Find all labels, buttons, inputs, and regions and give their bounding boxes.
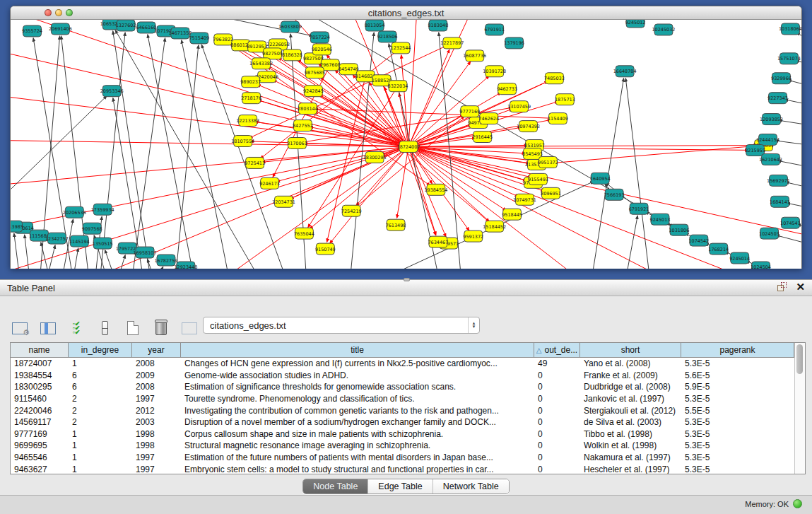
- table-cell[interactable]: Disruption of a novel member of a sodium…: [181, 416, 534, 428]
- graph-node[interactable]: 16087736: [463, 50, 486, 62]
- graph-node[interactable]: 7635044: [294, 228, 314, 239]
- graph-node[interactable]: 9462733: [497, 83, 517, 95]
- table-cell[interactable]: 1: [69, 440, 132, 452]
- table-row[interactable]: 1830029562008Estimation of significance …: [11, 381, 794, 393]
- graph-edge[interactable]: [99, 33, 125, 269]
- graph-node[interactable]: 7566193: [604, 189, 625, 200]
- graph-node[interactable]: 12213383: [236, 115, 259, 127]
- table-cell[interactable]: 0: [534, 404, 580, 416]
- table-panel-header[interactable]: Table Panel ✕: [0, 280, 812, 296]
- table-row[interactable]: 1872400712008Changes of HCN gene express…: [11, 358, 794, 370]
- graph-node[interactable]: 9097568: [82, 223, 102, 234]
- table-cell[interactable]: 0: [534, 416, 580, 428]
- graph-edge[interactable]: [625, 78, 651, 269]
- delete-column-icon[interactable]: [151, 318, 171, 338]
- graph-edge[interactable]: [408, 20, 420, 146]
- graph-node[interactable]: 8186328: [282, 49, 302, 61]
- column-header-pagerank[interactable]: pagerank: [681, 343, 794, 357]
- table-cell[interactable]: 9465546: [11, 452, 69, 464]
- graph-edge[interactable]: [148, 35, 196, 269]
- table-cell[interactable]: 0: [534, 381, 580, 393]
- table-cell[interactable]: 0: [534, 393, 580, 405]
- graph-edge[interactable]: [408, 146, 751, 269]
- table-cell[interactable]: 2: [69, 404, 132, 416]
- graph-node[interactable]: 8322034: [388, 81, 408, 92]
- graph-node[interactable]: 9245012: [625, 20, 646, 28]
- graph-node[interactable]: 9155493: [528, 173, 548, 185]
- graph-node[interactable]: 9820546: [312, 44, 332, 55]
- table-cell[interactable]: 9115460: [11, 393, 69, 405]
- graph-node[interactable]: 9890237: [240, 76, 261, 88]
- graph-node[interactable]: 3913985: [11, 221, 23, 232]
- graph-node[interactable]: 12923448: [174, 262, 197, 269]
- graph-edge[interactable]: [776, 235, 801, 245]
- network-window-titlebar[interactable]: citations_edges.txt: [11, 6, 801, 20]
- graph-edge[interactable]: [25, 235, 31, 269]
- table-cell[interactable]: 5.3E-5: [681, 416, 794, 428]
- graph-edge[interactable]: [543, 145, 763, 163]
- graph-node[interactable]: 7462624: [478, 113, 499, 124]
- graph-node[interactable]: 1145194: [69, 235, 90, 247]
- table-cell[interactable]: 5.3E-5: [681, 440, 794, 452]
- graph-node[interactable]: 14671358: [168, 28, 192, 39]
- graph-node[interactable]: 2718176: [241, 93, 261, 104]
- table-cell[interactable]: 9699695: [11, 440, 69, 452]
- table-cell[interactable]: 2003: [132, 416, 181, 428]
- graph-node[interactable]: 15692971: [767, 175, 790, 186]
- graph-edge[interactable]: [382, 81, 435, 235]
- table-cell[interactable]: 18724007: [11, 358, 69, 370]
- table-cell[interactable]: 49: [534, 358, 580, 370]
- table-cell[interactable]: 5.9E-5: [681, 381, 794, 393]
- table-cell[interactable]: 2008: [132, 381, 181, 393]
- table-cell[interactable]: 2: [69, 393, 132, 405]
- graph-node[interactable]: 18300295: [363, 151, 387, 163]
- tab-node-table[interactable]: Node Table: [303, 479, 368, 493]
- table-cell[interactable]: 0: [534, 463, 580, 474]
- graph-edge[interactable]: [11, 140, 408, 147]
- table-row[interactable]: 2242004622012Investigating the contribut…: [11, 404, 794, 416]
- table-cell[interactable]: Jankovic et al. (1997): [580, 393, 681, 405]
- table-cell[interactable]: Franke et al. (2009): [580, 370, 681, 382]
- column-header-in_degree[interactable]: in_degree: [69, 343, 132, 357]
- table-cell[interactable]: Corpus callosum shape and size in male p…: [181, 428, 534, 440]
- table-cell[interactable]: 5.3E-5: [681, 428, 794, 440]
- table-cell[interactable]: 5.3E-5: [681, 393, 794, 405]
- table-cell[interactable]: 18300295: [11, 381, 69, 393]
- graph-edge[interactable]: [113, 31, 152, 269]
- graph-node[interactable]: 20206536: [63, 206, 86, 218]
- graph-node[interactable]: 15184452: [483, 221, 506, 232]
- graph-node[interactable]: 7613498: [386, 219, 406, 230]
- graph-node[interactable]: 9777169: [459, 106, 480, 117]
- graph-edge[interactable]: [14, 233, 21, 269]
- graph-edge[interactable]: [408, 146, 541, 161]
- table-row[interactable]: 1456911722003Disruption of a novel membe…: [11, 416, 794, 428]
- graph-node[interactable]: 12034731: [272, 196, 295, 207]
- graph-node[interactable]: 10318064: [779, 23, 801, 35]
- scrollbar-thumb[interactable]: [796, 344, 803, 374]
- graph-node[interactable]: 9246173: [259, 177, 280, 189]
- table-cell[interactable]: Hescheler et al. (1997): [580, 463, 681, 474]
- table-cell[interactable]: 1997: [132, 463, 181, 474]
- column-header-name[interactable]: name: [11, 343, 69, 357]
- graph-node[interactable]: 10245032: [652, 24, 675, 35]
- graph-node[interactable]: 9725413: [245, 157, 265, 168]
- graph-node[interactable]: 8096951: [541, 187, 561, 199]
- float-window-icon[interactable]: [777, 282, 787, 292]
- graph-node[interactable]: 1074542: [688, 235, 709, 246]
- table-row[interactable]: 946362711997Embryonic stem cells: a mode…: [11, 463, 794, 474]
- graph-node[interactable]: 1031806: [669, 224, 689, 235]
- table-cell[interactable]: 6: [69, 381, 132, 393]
- graph-node[interactable]: 8427552: [293, 120, 313, 132]
- table-cell[interactable]: 6: [69, 370, 132, 382]
- graph-node[interactable]: 7485033: [544, 73, 565, 84]
- table-row[interactable]: 946554611997Estimation of the future num…: [11, 452, 794, 464]
- graph-node[interactable]: 13107459: [507, 101, 531, 112]
- table-cell[interactable]: Tibbo et al. (1998): [580, 428, 681, 440]
- table-cell[interactable]: Structural magnetic resonance image aver…: [181, 440, 534, 452]
- column-header-out_de[interactable]: △out_de...: [534, 343, 580, 357]
- graph-node[interactable]: 1640954: [590, 173, 611, 184]
- table-cell[interactable]: 0: [534, 452, 580, 464]
- table-settings-icon[interactable]: ⚙: [10, 318, 30, 338]
- graph-node[interactable]: 9591372: [463, 230, 483, 242]
- graph-node[interactable]: 16648784: [613, 66, 637, 77]
